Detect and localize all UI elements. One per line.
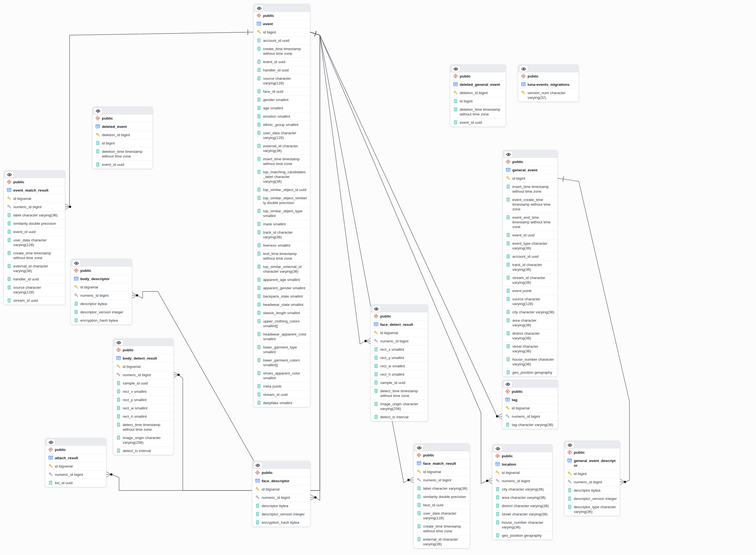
schema-row[interactable]: public [371,312,428,321]
column-row[interactable]: id bigint [254,28,310,37]
column-row[interactable]: rect_y smallint [113,396,173,404]
column-row[interactable]: encryption_hash bytea [252,518,310,526]
column-row[interactable]: headwear_state smallint [254,301,310,309]
column-row[interactable]: top_matching_candidates_label character … [254,168,310,186]
column-row[interactable]: external_id character varying(36) [254,142,310,155]
column-row[interactable]: descriptor_type character varying(36) [564,503,620,516]
toggle-columns-visibility-button[interactable] [72,260,81,266]
column-row[interactable]: event_id uuid [450,119,506,127]
column-row[interactable]: lower_garment_colors smallint[] [254,356,310,369]
column-row[interactable]: meta jsonb [254,382,310,391]
toggle-columns-visibility-button[interactable] [253,462,262,468]
toggle-columns-visibility-button[interactable] [519,66,528,72]
column-row[interactable]: numeric_id bigint [45,471,106,479]
column-row[interactable]: encryption_hash bytea [71,316,132,325]
column-row[interactable]: headwear_apparent_color smallint [254,330,310,343]
column-row[interactable]: liveness smallint [254,241,310,250]
column-row[interactable]: rect_x smallint [113,388,173,396]
column-row[interactable]: city character varying(36) [503,308,557,316]
column-row[interactable]: list_id uuid [45,479,106,487]
column-row[interactable]: deletion_time timestamp without time zon… [92,147,153,161]
column-row[interactable]: descriptor bytea [71,300,132,308]
column-row[interactable]: lower_garment_type smallint [254,343,310,356]
column-row[interactable]: numeric_id bigint [502,413,558,421]
column-row[interactable]: image_origin character varying(256) [113,434,173,447]
column-row[interactable]: similarity double precision [414,493,470,501]
toggle-columns-visibility-button[interactable] [46,439,55,445]
schema-row[interactable]: public [71,266,132,275]
column-row[interactable]: event_id uuid [92,161,153,169]
column-row[interactable]: event jsonb [503,287,557,295]
toggle-columns-visibility-button[interactable] [504,151,513,158]
column-row[interactable]: sample_id uuid [371,379,428,387]
column-row[interactable]: geo_position geography [492,531,552,540]
table-name-row[interactable]: deleted_general_event [450,81,506,89]
schema-row[interactable]: public [564,449,620,457]
table-card-attach_result[interactable]: publicattach_resultid bigserialnumeric_i… [45,438,106,487]
column-row[interactable]: numeric_id bigint [564,478,620,486]
column-row[interactable]: rect_h smallint [371,370,428,379]
column-row[interactable]: numeric_id bigint [4,203,65,211]
column-row[interactable]: top_similar_object_type smallint [254,207,310,220]
column-row[interactable]: detect_time timestamp without time zone [113,421,173,434]
column-row[interactable]: create_time timestamp without time zone [254,45,310,58]
column-row[interactable]: id bigserial [252,485,310,494]
table-name-row[interactable]: general_event_descriptor [564,457,620,470]
column-row[interactable]: numeric_id bigint [371,337,428,345]
column-row[interactable]: create_time timestamp without time zone [4,249,65,262]
column-row[interactable]: similarity double precision [4,219,65,228]
table-card-event[interactable]: publiceventid bigintaccount_id uuidcreat… [253,4,310,407]
column-row[interactable]: id bigserial [502,404,558,413]
column-row[interactable]: rect_w smallint [371,362,428,370]
column-row[interactable]: area character varying(36) [492,494,552,502]
schema-row[interactable]: public [254,12,310,20]
column-row[interactable]: source character varying(128) [503,295,557,308]
column-row[interactable]: insert_time timestamp without time zone [254,155,310,168]
table-card-general_event[interactable]: publicgeneral_eventid bigintinsert_time … [503,150,558,377]
table-card-body_descriptor[interactable]: publicbody_descriptorid bigserialnumeric… [71,259,132,325]
column-row[interactable]: geo_position geography [503,369,557,377]
column-row[interactable]: descriptor_version integer [564,495,620,503]
table-card-luna-events_migrations[interactable]: publicluna-events_migrationsversion_num … [518,65,579,102]
column-row[interactable]: ethnic_group smallint [254,121,310,129]
column-row[interactable]: deletion_time timestamp without time zon… [450,105,506,119]
column-row[interactable]: sample_id uuid [113,379,173,388]
column-row[interactable]: rect_y smallint [371,354,428,362]
column-row[interactable]: face_id uuid [414,501,470,509]
table-name-row[interactable]: event [254,20,310,28]
column-row[interactable]: end_time timestamp without time zone [254,250,310,263]
table-name-row[interactable]: deleted_event [92,123,153,131]
column-row[interactable]: detect_ts interval [371,413,428,421]
column-row[interactable]: id bigint [450,97,506,105]
column-row[interactable]: label character varying(36) [4,211,65,219]
toggle-columns-visibility-button[interactable] [94,108,102,114]
column-row[interactable]: numeric_id bigint [252,494,310,502]
column-row[interactable]: stream_id uuid [4,296,65,304]
column-row[interactable]: detect_ts interval [113,447,173,455]
schema-row[interactable]: public [113,346,173,354]
schema-row[interactable]: public [502,388,558,396]
column-row[interactable]: sleeve_length smallint [254,309,310,317]
table-name-row[interactable]: tag [502,396,558,404]
column-row[interactable]: deletion_id bigint [450,89,506,97]
table-card-deleted_general_event[interactable]: publicdeleted_general_eventdeletion_id b… [450,65,506,127]
table-card-face_match_result[interactable]: publicface_match_resultid bigserialnumer… [413,443,470,548]
column-row[interactable]: user_data character varying(128) [4,236,65,249]
column-row[interactable]: external_id character varying(36) [4,262,65,275]
toggle-columns-visibility-button[interactable] [114,339,123,346]
column-row[interactable]: descriptor bytea [564,486,620,495]
table-name-row[interactable]: location [492,460,552,469]
column-row[interactable]: id bigint [503,174,557,183]
column-row[interactable]: apparent_age smallint [254,276,310,284]
column-row[interactable]: external_id character varying(36) [414,536,470,548]
column-row[interactable]: source character varying(128) [4,284,65,296]
column-row[interactable]: create_time timestamp without time zone [414,522,470,536]
column-row[interactable]: track_id character varying(36) [503,261,557,274]
column-row[interactable]: rect_x smallint [371,345,428,354]
column-row[interactable]: emotion smallint [254,113,310,121]
toggle-columns-visibility-button[interactable] [255,5,264,11]
toggle-columns-visibility-button[interactable] [494,445,502,452]
table-name-row[interactable]: luna-events_migrations [518,81,579,89]
column-row[interactable]: house_number character varying(36) [492,518,552,531]
column-row[interactable]: track_id character varying(36) [254,228,310,241]
